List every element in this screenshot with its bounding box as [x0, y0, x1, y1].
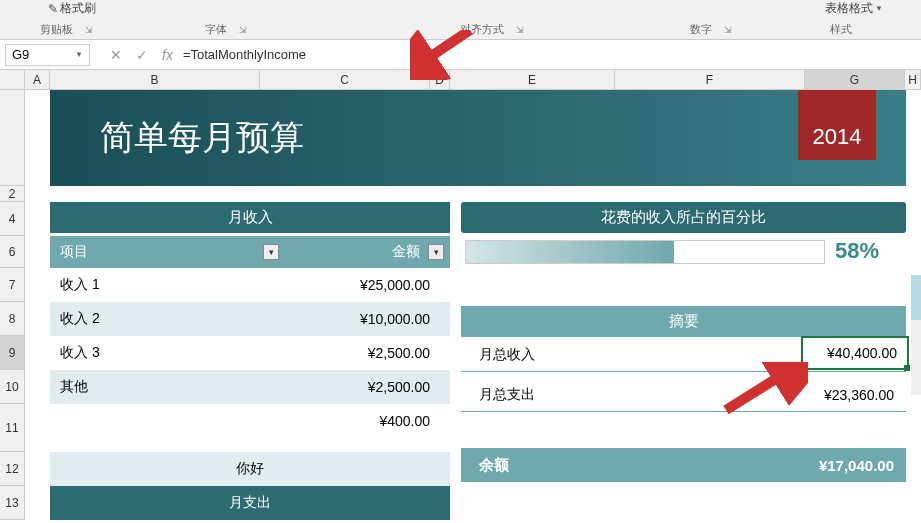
col-label-amount: 金额 [392, 243, 420, 261]
row-headers: 2 4 6 7 8 9 10 11 12 13 [0, 90, 25, 520]
chevron-down-icon: ▼ [75, 50, 83, 59]
ribbon-bottom: ✎ 格式刷 表格格式 ▼ 剪贴板⇲ 字体⇲ 对齐方式⇲ 数字⇲ 样式 [0, 0, 921, 40]
dialog-launcher-icon[interactable]: ⇲ [239, 25, 247, 35]
percentage-fill [466, 241, 674, 263]
ribbon-group-styles: 样式 [830, 22, 852, 37]
row-header[interactable]: 6 [0, 236, 24, 268]
scrollbar-thumb[interactable] [911, 275, 921, 320]
income-section-header: 月收入 [50, 202, 450, 233]
column-headers: A B C D E F G H [0, 70, 921, 90]
percentage-bar [465, 240, 825, 264]
filter-dropdown-icon[interactable]: ▾ [263, 244, 279, 260]
expense-section-header: 月支出 [50, 486, 450, 520]
fx-icon[interactable]: fx [162, 47, 173, 63]
dialog-launcher-icon[interactable]: ⇲ [724, 25, 732, 35]
col-header[interactable]: A [25, 70, 50, 89]
row-header[interactable] [0, 90, 24, 186]
summary-section-header: 摘要 [461, 306, 906, 337]
col-header[interactable]: F [615, 70, 805, 89]
formula-bar: G9 ▼ ✕ ✓ fx =TotalMonthlyIncome [0, 40, 921, 70]
table-format-button[interactable]: 表格格式 ▼ [825, 0, 883, 17]
confirm-icon[interactable]: ✓ [136, 47, 148, 63]
dialog-launcher-icon[interactable]: ⇲ [85, 25, 93, 35]
hello-row[interactable]: 你好 [50, 452, 450, 486]
page-title: 简单每月预算 [100, 115, 304, 161]
chevron-down-icon: ▼ [875, 4, 883, 13]
col-label-item: 项目 [60, 243, 88, 261]
col-header[interactable]: C [260, 70, 430, 89]
brush-icon: ✎ [48, 2, 58, 16]
row-header[interactable]: 13 [0, 486, 24, 520]
cancel-icon[interactable]: ✕ [110, 47, 122, 63]
formula-input[interactable]: =TotalMonthlyIncome [173, 47, 921, 62]
row-header-selected[interactable]: 9 [0, 336, 24, 370]
filter-dropdown-icon[interactable]: ▾ [428, 244, 444, 260]
format-brush-button[interactable]: ✎ 格式刷 [48, 0, 96, 17]
ribbon-group-number: 数字⇲ [690, 22, 732, 37]
row-header[interactable]: 12 [0, 452, 24, 486]
summary-row-expense[interactable]: 月总支出 ¥23,360.00 [461, 378, 906, 412]
ribbon-group-font: 字体⇲ [205, 22, 247, 37]
percentage-section-header: 花费的收入所占的百分比 [461, 202, 906, 233]
ribbon-group-clipboard: 剪贴板⇲ [40, 22, 93, 37]
row-header[interactable]: 8 [0, 302, 24, 336]
col-header[interactable]: D [430, 70, 450, 89]
table-row[interactable]: 收入 1 ¥25,000.00 [50, 268, 450, 302]
balance-row[interactable]: 余额 ¥17,040.00 [461, 448, 906, 482]
income-table-header: 项目 ▾ 金额 ▾ [50, 236, 450, 268]
table-row[interactable]: 收入 2 ¥10,000.00 [50, 302, 450, 336]
table-row[interactable]: 其他 ¥2,500.00 [50, 370, 450, 404]
row-header[interactable]: 7 [0, 268, 24, 302]
col-header[interactable]: B [50, 70, 260, 89]
vertical-scrollbar[interactable] [911, 275, 921, 395]
name-box[interactable]: G9 ▼ [5, 44, 90, 66]
selected-cell[interactable]: ¥40,400.00 [801, 336, 909, 370]
col-header[interactable]: E [450, 70, 615, 89]
year-tag: 2014 [798, 90, 876, 160]
dialog-launcher-icon[interactable]: ⇲ [516, 25, 524, 35]
col-header-selected[interactable]: G [805, 70, 905, 89]
row-header[interactable]: 11 [0, 404, 24, 452]
title-banner: 简单每月预算 2014 [50, 90, 906, 186]
row-header[interactable]: 4 [0, 202, 24, 236]
percentage-value: 58% [835, 238, 879, 264]
ribbon-group-alignment: 对齐方式⇲ [460, 22, 524, 37]
worksheet-content[interactable]: 简单每月预算 2014 月收入 花费的收入所占的百分比 项目 ▾ 金额 ▾ 收入… [25, 90, 921, 520]
table-row[interactable]: ¥400.00 [50, 404, 450, 438]
row-header[interactable]: 10 [0, 370, 24, 404]
select-all-corner[interactable] [0, 70, 25, 89]
table-row[interactable]: 收入 3 ¥2,500.00 [50, 336, 450, 370]
fill-handle[interactable] [904, 365, 910, 371]
col-header[interactable]: H [905, 70, 921, 89]
row-header[interactable]: 2 [0, 186, 24, 202]
